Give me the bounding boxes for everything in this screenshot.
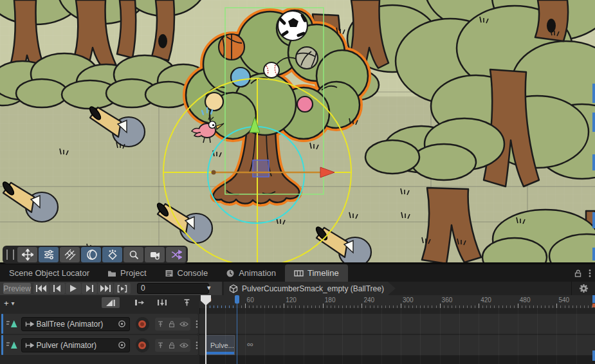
ruler-minor-tick [288, 305, 288, 308]
clip-row-pulver[interactable] [199, 335, 595, 355]
timeline-dropdown-caret[interactable]: ▾ [207, 284, 211, 292]
moon-tool-button[interactable] [81, 247, 101, 262]
ruler-minor-tick [261, 305, 261, 308]
eye-icon[interactable] [179, 320, 188, 328]
ruler-minor-tick [455, 305, 456, 308]
ruler-minor-tick [408, 305, 409, 308]
play-button[interactable] [66, 283, 81, 294]
unlock-icon[interactable] [574, 269, 582, 278]
ruler-frame-label: 120 [286, 296, 297, 304]
tab-project[interactable]: Project [98, 264, 155, 282]
track-row-balltree[interactable]: BallTree (Animator) [1, 314, 198, 334]
tab-scene-object-locator[interactable]: Scene Object Locator [0, 264, 98, 282]
camera-tool-button[interactable] [145, 247, 165, 262]
next-frame-button[interactable] [82, 283, 97, 294]
header-pin-button[interactable] [178, 297, 196, 308]
ruler-minor-tick [471, 305, 471, 308]
timeline-duration-marker[interactable] [235, 295, 239, 304]
ruler-minor-tick [545, 305, 545, 308]
arrow-into-icon [25, 320, 34, 328]
ruler-minor-tick [529, 305, 530, 308]
move-tool-icon [22, 249, 33, 260]
ruler-minor-tick [354, 305, 354, 308]
target-icon[interactable] [118, 320, 126, 328]
ruler-minor-tick [358, 305, 358, 308]
play-icon [70, 285, 77, 292]
unlock-icon[interactable] [168, 320, 176, 328]
ruler-minor-tick [541, 305, 542, 308]
timeline-clips-area[interactable]: 060120180240300360420480540 Pulve... ∞ [199, 295, 595, 364]
ruler-minor-tick [510, 305, 511, 308]
target-icon[interactable] [118, 341, 126, 349]
ruler-minor-tick [241, 305, 242, 308]
tab-console[interactable]: Console [156, 264, 217, 282]
content-gridline [479, 308, 479, 364]
ruler-minor-tick [533, 305, 534, 308]
pin-icon[interactable] [157, 341, 164, 349]
kebab-menu-icon[interactable] [196, 341, 198, 350]
toolbar-drag-handle[interactable] [6, 250, 14, 260]
ruler-minor-tick [272, 305, 273, 308]
move-tool-button[interactable] [17, 247, 37, 262]
track-name: Pulver (Animator) [37, 341, 115, 350]
pin-icon [183, 298, 191, 307]
ruler-minor-tick [229, 305, 230, 308]
ruler-frame-label: 60 [247, 296, 254, 304]
ruler-minor-tick [217, 305, 218, 308]
add-track-button[interactable]: + ▾ [4, 298, 15, 308]
breadcrumb-item[interactable]: PulverCucumberSmack_empty (BallTree) [224, 282, 396, 295]
search-tool-button[interactable] [124, 247, 143, 262]
ruler-minor-tick [370, 305, 371, 308]
camera-tool-icon [149, 249, 161, 260]
record-button[interactable] [136, 317, 150, 331]
timeline-ruler[interactable]: 060120180240300360420480540 [199, 295, 595, 308]
eye-icon[interactable] [179, 341, 188, 349]
animation-track-icon [6, 319, 19, 329]
edge-marker [592, 350, 595, 361]
hatch-grid-tool-button[interactable] [60, 247, 80, 262]
ripple-mode-button[interactable] [131, 297, 149, 308]
prev-frame-icon [53, 285, 61, 292]
ruler-minor-tick [214, 305, 214, 308]
tab-label: Scene Object Locator [9, 268, 89, 278]
ruler-minor-tick [311, 305, 312, 308]
play-range-button[interactable] [114, 283, 131, 294]
tab-animation[interactable]: Animation [217, 264, 285, 282]
unlock-icon[interactable] [168, 341, 176, 349]
ruler-minor-tick [494, 305, 495, 308]
ruler-minor-tick [233, 305, 233, 308]
scene-viewport[interactable] [0, 0, 595, 264]
prev-frame-button[interactable] [50, 283, 65, 294]
content-gridline [245, 308, 246, 364]
mix-mode-button[interactable] [102, 297, 120, 308]
shuffle-tool-button[interactable] [166, 247, 186, 262]
track-row-pulver[interactable]: Pulver (Animator) [1, 335, 198, 355]
track-controls [155, 339, 190, 352]
replace-mode-button[interactable] [153, 297, 171, 308]
ruler-minor-tick [315, 305, 316, 308]
current-frame-field[interactable]: 0 [137, 283, 209, 294]
content-gridline [459, 308, 460, 364]
sliders-tool-button[interactable] [39, 247, 59, 262]
kebab-menu-icon[interactable] [196, 320, 198, 329]
kebab-menu-icon[interactable] [589, 269, 591, 278]
gizmo-diamond-tool-button[interactable] [102, 247, 122, 262]
preview-toggle-button[interactable]: Preview [3, 283, 31, 294]
ruler-minor-tick [486, 305, 487, 308]
tab-label: Project [120, 268, 146, 278]
tab-bar-right-controls [574, 264, 591, 282]
track-name-box[interactable]: Pulver (Animator) [21, 338, 130, 352]
animation-clip[interactable]: Pulve... [206, 335, 235, 355]
tab-timeline[interactable]: Timeline [285, 264, 348, 282]
goto-end-button[interactable] [98, 283, 113, 294]
clip-row-balltree[interactable] [199, 314, 595, 334]
timeline-settings-button[interactable] [571, 282, 595, 295]
content-gridline [362, 308, 362, 364]
pin-icon[interactable] [157, 320, 164, 328]
track-name-box[interactable]: BallTree (Animator) [21, 317, 130, 331]
ruler-minor-tick [307, 305, 308, 308]
ruler-minor-tick [327, 305, 327, 308]
goto-start-button[interactable] [33, 283, 49, 294]
ruler-minor-tick [365, 305, 366, 308]
record-button[interactable] [136, 338, 150, 352]
